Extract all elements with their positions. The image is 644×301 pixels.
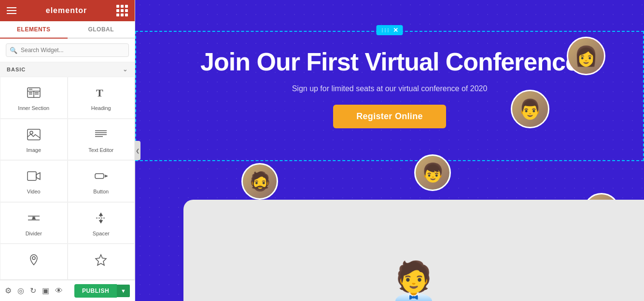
svg-marker-25 [99, 220, 102, 223]
publish-arrow-button[interactable]: ▼ [117, 285, 130, 297]
widget-text-editor[interactable]: Text Editor [68, 119, 135, 161]
widget-video[interactable]: Video [0, 160, 68, 202]
canvas: ⁝⁝⁝ ✕ Join Our First Virtual Conference … [135, 0, 644, 301]
hamburger-menu[interactable] [7, 7, 16, 14]
widget-button[interactable]: Button [68, 160, 135, 202]
sidebar-bottom: ⚙ ◎ ↻ ▣ 👁 PUBLISH ▼ [0, 280, 135, 301]
svg-rect-16 [95, 174, 104, 178]
widget-heading-label: Heading [91, 105, 111, 111]
widget-inner-section[interactable]: Inner Section [0, 77, 68, 119]
brand-name: elementor [46, 6, 87, 15]
star-icon [94, 253, 108, 269]
register-button[interactable]: Register Online [333, 105, 446, 128]
lower-section: 🧑‍💼 [183, 200, 644, 301]
section-basic-label: BASIC ⌄ [0, 62, 135, 77]
publish-button-group: PUBLISH ▼ [74, 284, 130, 298]
hero-title: Join Our First Virtual Conference [200, 48, 579, 76]
history-icon[interactable]: ↻ [30, 286, 36, 295]
hero-subtitle: Sign up for limited seats at our virtual… [292, 84, 488, 93]
avatar-1: 👩 [567, 37, 605, 75]
widget-spacer-label: Spacer [93, 231, 110, 236]
image-icon [27, 128, 41, 143]
svg-point-10 [30, 131, 33, 134]
collapse-handle[interactable]: ❮ [135, 141, 140, 160]
avatar-face-1: 👩 [568, 38, 604, 74]
layers-icon[interactable]: ◎ [17, 286, 24, 295]
widget-video-label: Video [27, 189, 41, 194]
avatar-face-2: 👨 [512, 91, 548, 127]
bottom-icons: ⚙ ◎ ↻ ▣ 👁 [5, 286, 63, 295]
tab-global[interactable]: GLOBAL [68, 21, 135, 38]
avatar-3: 🧔 [241, 163, 278, 200]
avatar-2: 👨 [511, 90, 549, 128]
widget-map[interactable] [0, 244, 68, 280]
svg-point-27 [32, 257, 35, 260]
search-area: 🔍 [0, 39, 135, 62]
grid-menu-icon[interactable] [116, 5, 128, 16]
avatar-face-4: 👦 [416, 156, 449, 190]
preview-icon[interactable]: 👁 [55, 287, 63, 295]
svg-rect-15 [28, 172, 36, 180]
sidebar-tabs: ELEMENTS GLOBAL [0, 21, 135, 39]
settings-icon[interactable]: ⚙ [5, 286, 12, 295]
sidebar: elementor ELEMENTS GLOBAL 🔍 BASIC ⌄ [0, 0, 135, 301]
person-silhouette: 🧑‍💼 [390, 262, 438, 301]
avatar-face-3: 🧔 [243, 164, 277, 198]
video-icon [27, 169, 41, 185]
svg-marker-28 [96, 255, 106, 265]
widget-star[interactable] [68, 244, 135, 280]
sidebar-topbar: elementor [0, 0, 135, 21]
widget-heading[interactable]: T Heading [68, 77, 135, 119]
inner-section-icon [27, 86, 41, 101]
svg-text:T: T [96, 87, 103, 99]
widget-text-editor-label: Text Editor [88, 147, 113, 153]
map-icon [27, 253, 41, 269]
tab-elements[interactable]: ELEMENTS [0, 21, 68, 39]
text-editor-icon [94, 128, 108, 143]
publish-button[interactable]: PUBLISH [74, 284, 117, 298]
widget-image[interactable]: Image [0, 119, 68, 161]
widget-grid: Inner Section T Heading Image [0, 77, 135, 280]
widget-divider-label: Divider [26, 231, 42, 236]
search-icon: 🔍 [10, 47, 17, 54]
responsive-icon[interactable]: ▣ [42, 286, 49, 295]
svg-marker-23 [99, 213, 102, 216]
divider-icon [27, 211, 41, 227]
widget-divider[interactable]: Divider [0, 202, 68, 244]
widget-spacer[interactable]: Spacer [68, 202, 135, 244]
search-input[interactable] [6, 43, 129, 57]
widget-image-label: Image [26, 147, 41, 153]
heading-icon: T [94, 86, 108, 101]
button-icon [94, 169, 108, 185]
widget-button-label: Button [93, 189, 109, 194]
svg-rect-9 [28, 129, 40, 140]
chevron-down-icon: ⌄ [123, 66, 128, 73]
spacer-icon [94, 211, 108, 227]
widget-inner-section-label: Inner Section [18, 105, 49, 111]
avatar-4: 👦 [414, 154, 451, 191]
collapse-icon: ❮ [136, 148, 140, 153]
